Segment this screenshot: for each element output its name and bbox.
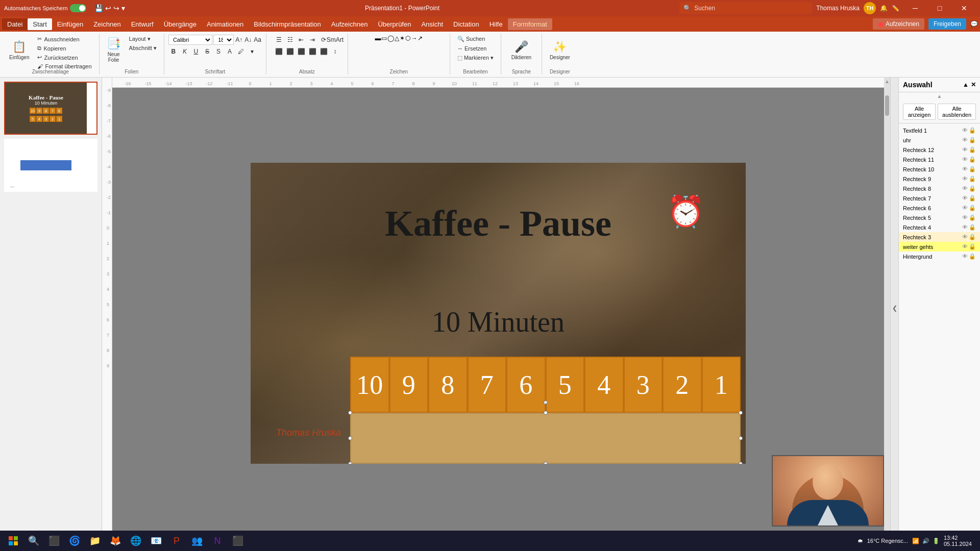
handle-tl[interactable] (348, 411, 352, 415)
align-right-button[interactable]: ⬛ (296, 46, 306, 57)
abschnitt-button[interactable]: Abschnitt ▾ (126, 44, 160, 53)
timer-cell-2[interactable]: 2 (663, 357, 702, 413)
shape-icon[interactable]: ✶ (400, 35, 405, 42)
slide-title[interactable]: Kaffee - Pause (271, 204, 725, 244)
autosave-toggle[interactable] (70, 4, 86, 12)
visibility-icon-rechteck6[interactable]: 👁 (962, 205, 968, 211)
vertical-scrollbar[interactable]: ▲ ▼ (884, 78, 890, 539)
handle-tr[interactable] (739, 411, 743, 415)
collapse-panel-button[interactable]: ❮ (890, 78, 898, 539)
menu-datei[interactable]: Datei (2, 18, 28, 30)
underline-button[interactable]: U (191, 46, 201, 57)
timer-cell-3[interactable]: 3 (624, 357, 663, 413)
visibility-icon-textfeld1[interactable]: 👁 (962, 127, 968, 134)
align-left-button[interactable]: ⬛ (274, 46, 284, 57)
clear-format-button[interactable]: Aa (253, 35, 262, 45)
explorer-button[interactable]: 📁 (86, 532, 104, 550)
visibility-icon-rechteck9[interactable]: 👁 (962, 176, 968, 182)
menu-zeichnen[interactable]: Zeichnen (88, 18, 126, 30)
layer-item-rechteck8[interactable]: Rechteck 8 👁 🔒 (899, 184, 980, 193)
canvas-area[interactable]: -16 -15 -14 -13 -12 -11 0 1 2 3 4 5 6 7 … (102, 78, 884, 539)
slide-thumbnail-2[interactable]: — (4, 139, 97, 192)
font-size-select[interactable]: 18 (213, 35, 234, 45)
onenote-button[interactable]: N (208, 532, 227, 550)
lock-icon-rechteck11[interactable]: 🔒 (969, 156, 976, 163)
arrow-icon[interactable]: → (411, 35, 417, 42)
align-center-button[interactable]: ⬛ (285, 46, 295, 57)
slide-thumbnail-1[interactable]: Kaffee - Pause 10 Minuten 10 9 8 7 6 5 4… (4, 82, 97, 135)
menu-bildschirm[interactable]: Bildschirmpräsentation (249, 18, 326, 30)
lock-icon-rechteck7[interactable]: 🔒 (969, 195, 976, 202)
visibility-icon-rechteck7[interactable]: 👁 (962, 195, 968, 202)
visibility-icon-uhr[interactable]: 👁 (962, 137, 968, 143)
aufzeichnen-button[interactable]: ⬤ Aufzeichnen (873, 18, 924, 30)
slide-subtitle[interactable]: 10 Minuten (271, 306, 725, 338)
line-spacing-button[interactable]: ↕ (330, 46, 340, 57)
layer-item-rechteck11[interactable]: Rechteck 11 👁 🔒 (899, 155, 980, 164)
handle-mr[interactable] (739, 436, 743, 440)
layer-item-textfeld1[interactable]: Textfeld 1 👁 🔒 (899, 126, 980, 135)
lock-icon-uhr[interactable]: 🔒 (969, 137, 976, 143)
visibility-icon-rechteck8[interactable]: 👁 (962, 185, 968, 192)
more-font-button[interactable]: ▾ (247, 46, 257, 57)
font-color-button[interactable]: A (225, 46, 235, 57)
layout-button[interactable]: Layout ▾ (126, 35, 160, 43)
layer-item-rechteck4[interactable]: Rechteck 4 👁 🔒 (899, 222, 980, 232)
shape-icon[interactable]: ◯ (387, 35, 394, 42)
reset-button[interactable]: ↩ Zurücksetzen (34, 53, 94, 62)
layer-item-rechteck5[interactable]: Rechteck 5 👁 🔒 (899, 213, 980, 222)
visibility-icon-hintergrund[interactable]: 👁 (962, 253, 968, 260)
taskview-button[interactable]: ⬛ (45, 532, 63, 550)
powerpoint-button[interactable]: P (167, 532, 186, 550)
search-bar[interactable]: 🔍 (679, 2, 812, 14)
start-button[interactable] (4, 532, 22, 550)
layer-item-rechteck9[interactable]: Rechteck 9 👁 🔒 (899, 174, 980, 184)
font-family-select[interactable]: Calibri (168, 35, 212, 45)
timer-bottom-rect[interactable] (350, 413, 741, 464)
highlight-button[interactable]: 🖊 (236, 46, 246, 57)
menu-entwurf[interactable]: Entwurf (126, 18, 159, 30)
shape-icon[interactable]: ▬ (375, 35, 381, 42)
volume-icon[interactable]: 🔊 (922, 538, 929, 544)
outlook-button[interactable]: 📧 (147, 532, 165, 550)
timer-cell-8[interactable]: 8 (428, 357, 468, 413)
paste-button[interactable]: 📋 Einfügen (6, 35, 32, 65)
lock-icon-rechteck3[interactable]: 🔒 (969, 234, 976, 240)
search-taskbar-button[interactable]: 🔍 (24, 532, 43, 550)
hide-all-button[interactable]: Alle ausblenden (938, 104, 976, 120)
diktieren-button[interactable]: 🎤 Diktieren (508, 35, 534, 65)
handle-tm[interactable] (544, 411, 548, 415)
lock-icon-rechteck4[interactable]: 🔒 (969, 224, 976, 231)
shape-icon[interactable]: △ (395, 35, 399, 42)
font-increase-button[interactable]: A↑ (235, 35, 243, 45)
layer-item-rechteck6[interactable]: Rechteck 6 👁 🔒 (899, 203, 980, 213)
layer-item-rechteck12[interactable]: Rechteck 12 👁 🔒 (899, 145, 980, 155)
close-button[interactable]: ✕ (952, 0, 976, 16)
layer-item-rechteck10[interactable]: Rechteck 10 👁 🔒 (899, 164, 980, 174)
menu-uebergaenge[interactable]: Übergänge (159, 18, 202, 30)
timer-cell-5[interactable]: 5 (546, 357, 585, 413)
visibility-icon-rechteck5[interactable]: 👁 (962, 214, 968, 221)
handle-bl[interactable] (348, 462, 352, 464)
columns-button[interactable]: ⬛ (318, 46, 329, 57)
show-all-button[interactable]: Alle anzeigen (903, 104, 936, 120)
save-icon[interactable]: 💾 (94, 4, 103, 12)
slide-author[interactable]: Thomas Hruska (276, 428, 341, 438)
notification-icon[interactable]: 🔔 (880, 5, 888, 12)
network-icon[interactable]: 📶 (912, 538, 919, 544)
timer-cell-7[interactable]: 7 (468, 357, 507, 413)
visibility-icon-rechteck3[interactable]: 👁 (962, 234, 968, 240)
timer-cell-10[interactable]: 10 (350, 357, 389, 413)
visibility-icon-rechteck12[interactable]: 👁 (962, 146, 968, 153)
panel-collapse-icon[interactable]: ▲ (963, 81, 969, 88)
cut-button[interactable]: ✂ Ausschneiden (34, 35, 94, 43)
italic-button[interactable]: K (180, 46, 190, 57)
strikethrough-button[interactable]: S (202, 46, 212, 57)
menu-hilfe[interactable]: Hilfe (484, 18, 508, 30)
menu-aufzeichnen[interactable]: Aufzeichnen (326, 18, 373, 30)
indent-increase-button[interactable]: ⇥ (307, 35, 317, 45)
scroll-thumb[interactable] (885, 95, 889, 116)
more-options-icon[interactable]: ▾ (121, 4, 125, 12)
menu-formformat[interactable]: Formformat (508, 18, 552, 30)
undo-icon[interactable]: ↩ (105, 4, 111, 12)
